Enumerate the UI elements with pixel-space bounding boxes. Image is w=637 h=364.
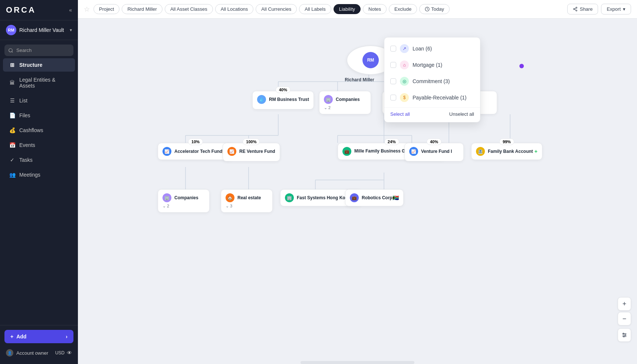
add-chevron-icon: › (66, 334, 68, 340)
realestate2-icon: 🏠 (226, 193, 234, 202)
share-button[interactable]: Share (567, 4, 598, 14)
svg-point-5 (576, 10, 577, 11)
svg-point-35 (625, 335, 626, 336)
badge-40: 40% (276, 86, 290, 93)
account-badges: USD 👁 (55, 350, 72, 356)
filter-all-labels[interactable]: All Labels (299, 4, 331, 14)
sidebar-logo-area: ORCA « (0, 0, 78, 20)
node-family-bank[interactable]: 99% 🏦 Family Bank Account + (471, 143, 542, 160)
share-icon (573, 7, 578, 12)
node-accelerator-tech[interactable]: 10% 📈 Accelerator Tech Fund 🇩🇪 (158, 143, 233, 160)
favorite-icon[interactable]: ☆ (84, 5, 90, 13)
sidebar-item-label: Structure (19, 62, 42, 68)
node-companies-2[interactable]: 🏢 Companies ⌄ 2 (158, 189, 210, 213)
node-robotics-corp[interactable]: 💼 Robotics Corp 🇿🇦 (345, 189, 404, 206)
robotics-icon: 💼 (350, 193, 359, 202)
cursor-indicator (519, 64, 524, 68)
unselect-all-button[interactable]: Unselect all (449, 111, 474, 117)
realestate2-label: Real estate (237, 195, 261, 200)
filter-today[interactable]: Today (419, 4, 450, 14)
sidebar-item-tasks[interactable]: ✓ Tasks (3, 153, 75, 167)
loan-checkbox[interactable] (390, 46, 396, 52)
search-box[interactable] (4, 45, 73, 56)
dropdown-item-payable[interactable]: $ Payable-Receivable (1) (384, 89, 480, 106)
sidebar-item-list[interactable]: ☰ List (3, 94, 75, 107)
dropdown-item-commitment[interactable]: ◎ Commitment (3) (384, 73, 480, 89)
list-icon: ☰ (9, 98, 16, 104)
eye-icon[interactable]: 👁 (67, 350, 72, 356)
filter-all-currencies[interactable]: All Currencies (256, 4, 297, 14)
fastsys-label: Fast Systems Hong Kong (297, 195, 351, 200)
companies2-icon: 🏢 (162, 193, 171, 202)
svg-point-36 (623, 336, 624, 337)
loan-icon: ↗ (400, 44, 409, 53)
mortgage-icon: ⌂ (400, 60, 409, 69)
liability-dropdown[interactable]: ↗ Loan (6) ⌂ Mortgage (1) ◎ Commitment (… (384, 37, 480, 122)
collapse-icon[interactable]: « (69, 7, 72, 13)
sidebar-item-legal[interactable]: 🏛 Legal Entities & Assets (3, 73, 75, 92)
dropdown-item-mortgage[interactable]: ⌂ Mortgage (1) (384, 57, 480, 73)
node-rm-business-trust[interactable]: 40% 💧 RM Business Trust (252, 91, 314, 109)
search-icon (8, 48, 13, 53)
filter-all-locations[interactable]: All Locations (215, 4, 254, 14)
sliders-icon (621, 332, 627, 338)
filter-liability[interactable]: Liability (334, 4, 361, 14)
sidebar-item-cashflows[interactable]: 💰 Cashflows (3, 124, 75, 137)
dropdown-footer: Select all Unselect all (384, 107, 480, 119)
node-re-venture[interactable]: 100% 📈 RE Venture Fund (223, 143, 280, 161)
svg-line-7 (574, 8, 576, 9)
badge-40-v: 40% (427, 138, 441, 145)
filter-project[interactable]: Project (93, 4, 119, 14)
sidebar-item-files[interactable]: 📄 Files (3, 109, 75, 122)
sidebar-item-meetings[interactable]: 👥 Meetings (3, 168, 75, 181)
search-input[interactable] (16, 47, 70, 53)
toolbar: ☆ Project Richard Miller All Asset Class… (78, 0, 637, 19)
node-real-estate-2[interactable]: 🏠 Real estate ⌄ 3 (221, 189, 273, 213)
fastsys-icon: 🏢 (285, 193, 294, 202)
dropdown-item-loan[interactable]: ↗ Loan (6) (384, 40, 480, 57)
vault-selector[interactable]: RM Richard Miller Vault ▾ (0, 20, 78, 40)
robotics-label: Robotics Corp (362, 195, 393, 200)
companies-icon: 🏢 (324, 95, 333, 104)
commitment-checkbox[interactable] (390, 78, 396, 84)
bank-label: Family Bank Account (488, 149, 533, 154)
mortgage-checkbox[interactable] (390, 62, 396, 68)
zoom-out-button[interactable]: − (618, 312, 631, 325)
export-chevron-icon: ▾ (623, 6, 625, 12)
select-all-button[interactable]: Select all (390, 111, 410, 117)
files-icon: 📄 (9, 112, 16, 118)
venture-label: Venture Fund I (421, 149, 452, 154)
svg-point-0 (9, 48, 12, 52)
node-companies[interactable]: 🏢 Companies ⌄ 2 (319, 91, 371, 114)
sidebar-item-structure[interactable]: ⊞ Structure (3, 58, 75, 72)
canvas[interactable]: RM Richard Miller 40% 💧 RM Business Trus… (78, 19, 637, 364)
filter-exclude[interactable]: Exclude (389, 4, 417, 14)
commitment-icon: ◎ (400, 77, 409, 86)
sidebar-item-label: Legal Entities & Assets (19, 77, 69, 89)
account-avatar: 👤 (6, 349, 13, 357)
horizontal-scrollbar[interactable] (301, 361, 414, 364)
filter-notes[interactable]: Notes (363, 4, 387, 14)
filter-richard-miller[interactable]: Richard Miller (122, 4, 162, 14)
filter-all-asset-classes[interactable]: All Asset Classes (165, 4, 213, 14)
realestate2-count: ⌄ 3 (226, 204, 268, 209)
node-venture-fund-i[interactable]: 40% 📈 Venture Fund I (404, 143, 464, 161)
zoom-filter-button[interactable] (618, 328, 631, 342)
companies2-label: Companies (174, 195, 198, 200)
payable-checkbox[interactable] (390, 95, 396, 101)
loan-label: Loan (6) (413, 46, 432, 52)
svg-line-1 (12, 51, 13, 52)
sidebar-item-label: Tasks (19, 157, 33, 163)
rm-trust-icon: 💧 (257, 95, 266, 104)
vault-chevron-icon: ▾ (70, 27, 72, 33)
currency-badge: USD (55, 350, 65, 355)
export-button[interactable]: Export ▾ (601, 4, 631, 14)
zoom-in-button[interactable]: + (618, 297, 631, 311)
sidebar-item-events[interactable]: 📅 Events (3, 138, 75, 152)
add-button[interactable]: + Add › (4, 330, 73, 343)
payable-icon: $ (400, 93, 409, 102)
app-logo: ORCA (6, 5, 36, 15)
sidebar: ORCA « RM Richard Miller Vault ▾ ⊞ Struc… (0, 0, 78, 364)
badge-24: 24% (384, 138, 399, 145)
meetings-icon: 👥 (9, 172, 16, 178)
